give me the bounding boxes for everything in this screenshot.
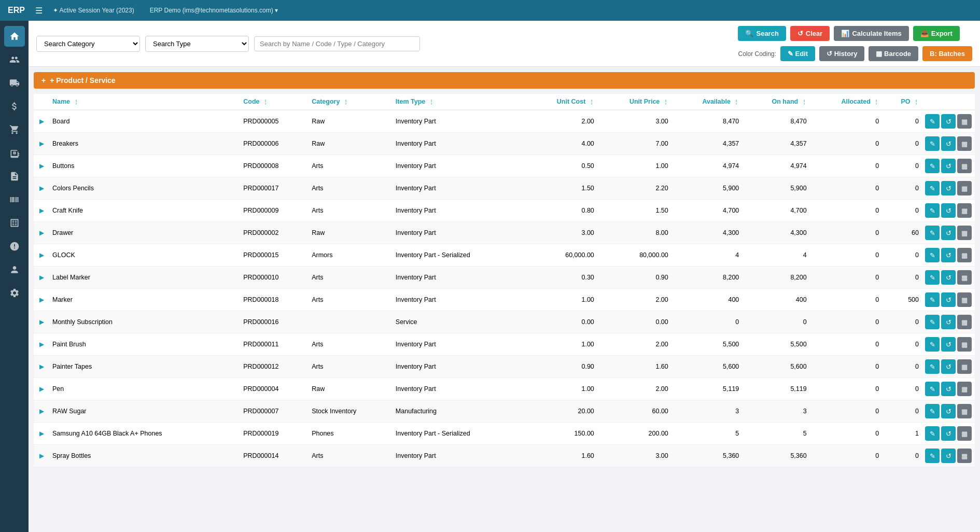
history-row-button[interactable]: ↺: [941, 404, 956, 418]
expand-cell[interactable]: ▶: [34, 333, 49, 356]
edit-row-button[interactable]: ✎: [925, 359, 940, 374]
expand-cell[interactable]: ▶: [34, 356, 49, 378]
edit-row-button[interactable]: ✎: [925, 292, 940, 307]
col-item-type[interactable]: Item Type ⋮: [393, 94, 526, 110]
edit-row-button[interactable]: ✎: [925, 226, 940, 240]
sidebar-item-settings[interactable]: [4, 283, 25, 303]
barcode-row-button[interactable]: ▦: [957, 382, 972, 396]
sidebar-item-users[interactable]: [4, 49, 25, 70]
history-row-button[interactable]: ↺: [941, 136, 956, 151]
expand-cell[interactable]: ▶: [34, 133, 49, 155]
history-row-button[interactable]: ↺: [941, 359, 956, 374]
barcode-row-button[interactable]: ▦: [957, 136, 972, 151]
expand-cell[interactable]: ▶: [34, 177, 49, 200]
barcode-row-button[interactable]: ▦: [957, 426, 972, 441]
col-on-hand[interactable]: On hand ⋮: [742, 94, 809, 110]
history-row-button[interactable]: ↺: [941, 449, 956, 463]
edit-row-button[interactable]: ✎: [925, 315, 940, 329]
barcode-row-button[interactable]: ▦: [957, 315, 972, 329]
expand-icon[interactable]: ▶: [39, 162, 44, 170]
search-button[interactable]: 🔍 Search: [738, 26, 786, 41]
history-row-button[interactable]: ↺: [941, 226, 956, 240]
barcode-row-button[interactable]: ▦: [957, 337, 972, 352]
expand-icon[interactable]: ▶: [39, 452, 44, 459]
expand-cell[interactable]: ▶: [34, 423, 49, 445]
expand-icon[interactable]: ▶: [39, 296, 44, 303]
sidebar-item-hr[interactable]: [4, 259, 25, 280]
col-allocated[interactable]: Allocated ⋮: [810, 94, 883, 110]
history-row-button[interactable]: ↺: [941, 270, 956, 285]
history-button[interactable]: ↺ History: [819, 46, 864, 61]
expand-icon[interactable]: ▶: [39, 229, 44, 236]
search-text-input[interactable]: [254, 36, 420, 51]
history-row-button[interactable]: ↺: [941, 382, 956, 396]
export-button[interactable]: 📤 Export: [913, 26, 960, 41]
sidebar-item-home[interactable]: [4, 26, 25, 47]
expand-cell[interactable]: ▶: [34, 244, 49, 267]
expand-icon[interactable]: ▶: [39, 274, 44, 281]
barcode-row-button[interactable]: ▦: [957, 114, 972, 129]
edit-row-button[interactable]: ✎: [925, 382, 940, 396]
edit-row-button[interactable]: ✎: [925, 337, 940, 352]
expand-icon[interactable]: ▶: [39, 430, 44, 437]
history-row-button[interactable]: ↺: [941, 315, 956, 329]
clear-button[interactable]: ↺ Clear: [790, 26, 830, 41]
barcode-row-button[interactable]: ▦: [957, 270, 972, 285]
expand-icon[interactable]: ▶: [39, 363, 44, 370]
expand-icon[interactable]: ▶: [39, 318, 44, 326]
sidebar-item-finance[interactable]: [4, 96, 25, 117]
col-unit-cost[interactable]: Unit Cost ⋮: [525, 94, 597, 110]
col-name[interactable]: Name ⋮: [49, 94, 240, 110]
edit-row-button[interactable]: ✎: [925, 270, 940, 285]
expand-icon[interactable]: ▶: [39, 341, 44, 348]
edit-row-button[interactable]: ✎: [925, 248, 940, 262]
search-type-select[interactable]: Search Type: [145, 36, 249, 52]
expand-cell[interactable]: ▶: [34, 311, 49, 333]
expand-icon[interactable]: ▶: [39, 251, 44, 259]
expand-cell[interactable]: ▶: [34, 267, 49, 289]
barcode-row-button[interactable]: ▦: [957, 359, 972, 374]
expand-cell[interactable]: ▶: [34, 222, 49, 244]
sidebar-item-manufacturing[interactable]: [4, 143, 25, 163]
edit-button[interactable]: ✎ Edit: [780, 46, 815, 61]
edit-row-button[interactable]: ✎: [925, 181, 940, 195]
edit-row-button[interactable]: ✎: [925, 114, 940, 129]
col-code[interactable]: Code ⋮: [240, 94, 309, 110]
history-row-button[interactable]: ↺: [941, 159, 956, 173]
expand-cell[interactable]: ▶: [34, 400, 49, 423]
expand-icon[interactable]: ▶: [39, 185, 44, 192]
history-row-button[interactable]: ↺: [941, 248, 956, 262]
edit-row-button[interactable]: ✎: [925, 426, 940, 441]
barcode-row-button[interactable]: ▦: [957, 449, 972, 463]
history-row-button[interactable]: ↺: [941, 114, 956, 129]
barcode-row-button[interactable]: ▦: [957, 203, 972, 218]
col-po[interactable]: PO ⋮: [882, 94, 922, 110]
sidebar-item-delivery[interactable]: [4, 73, 25, 93]
barcode-row-button[interactable]: ▦: [957, 159, 972, 173]
expand-cell[interactable]: ▶: [34, 289, 49, 311]
sidebar-item-reports[interactable]: [4, 213, 25, 233]
history-row-button[interactable]: ↺: [941, 337, 956, 352]
expand-icon[interactable]: ▶: [39, 140, 44, 147]
barcode-row-button[interactable]: ▦: [957, 404, 972, 418]
sidebar-item-alerts[interactable]: [4, 236, 25, 257]
history-row-button[interactable]: ↺: [941, 292, 956, 307]
expand-cell[interactable]: ▶: [34, 110, 49, 133]
product-service-header[interactable]: + + Product / Service: [34, 72, 975, 89]
expand-icon[interactable]: ▶: [39, 118, 44, 125]
barcode-row-button[interactable]: ▦: [957, 248, 972, 262]
expand-cell[interactable]: ▶: [34, 378, 49, 400]
barcode-row-button[interactable]: ▦: [957, 181, 972, 195]
col-available[interactable]: Available ⋮: [671, 94, 743, 110]
history-row-button[interactable]: ↺: [941, 181, 956, 195]
edit-row-button[interactable]: ✎: [925, 136, 940, 151]
sidebar-item-orders[interactable]: [4, 119, 25, 140]
menu-icon[interactable]: ☰: [35, 6, 43, 16]
edit-row-button[interactable]: ✎: [925, 159, 940, 173]
history-row-button[interactable]: ↺: [941, 426, 956, 441]
expand-icon[interactable]: ▶: [39, 207, 44, 214]
sidebar-item-documents[interactable]: [4, 166, 25, 187]
col-category[interactable]: Category ⋮: [309, 94, 393, 110]
barcode-row-button[interactable]: ▦: [957, 226, 972, 240]
edit-row-button[interactable]: ✎: [925, 449, 940, 463]
